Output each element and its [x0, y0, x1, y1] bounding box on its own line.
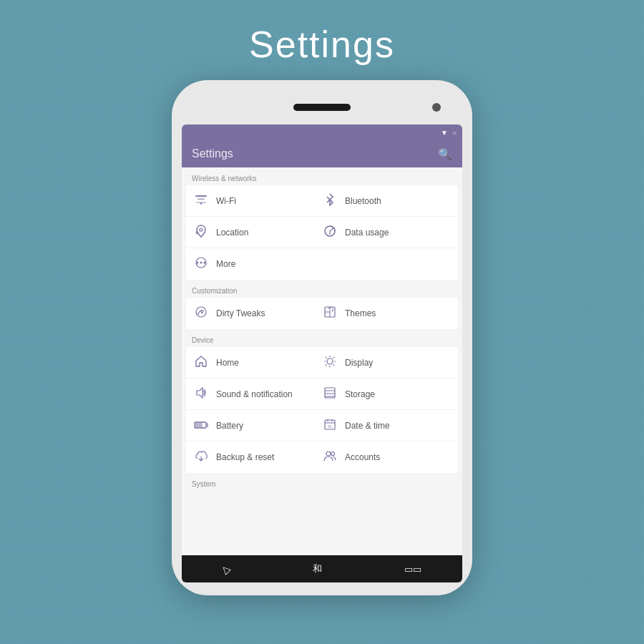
section-label-customization: Customization [186, 286, 458, 298]
svg-point-19 [327, 358, 333, 364]
row-backup-accounts[interactable]: Backup & reset [186, 441, 458, 473]
row-double: Wi-Fi Bluetooth [193, 193, 451, 209]
svg-point-3 [200, 203, 202, 204]
storage-icon [322, 387, 338, 401]
svg-point-41 [326, 452, 331, 456]
themes-icon [322, 306, 338, 321]
row-double: Backup & reset [193, 450, 451, 464]
dirtytweaks-icon [193, 306, 209, 321]
recents-nav-icon[interactable]: ▭▭ [404, 564, 421, 575]
svg-rect-2 [197, 198, 205, 200]
home-item[interactable]: Home [193, 355, 322, 371]
datausage-label: Data usage [345, 228, 389, 238]
svg-line-25 [333, 364, 335, 366]
wifi-label: Wi-Fi [216, 196, 236, 206]
bluetooth-icon [322, 193, 338, 209]
more-label: More [216, 259, 235, 269]
bluetooth-label: Bluetooth [345, 196, 381, 206]
datetime-item[interactable]: 31 Date & time [322, 419, 451, 433]
phone-top-bar [182, 93, 462, 122]
location-icon [193, 225, 209, 240]
svg-line-9 [330, 228, 333, 231]
svg-line-27 [326, 364, 327, 366]
wifi-icon [193, 195, 209, 208]
wifi-item[interactable]: Wi-Fi [193, 193, 322, 209]
svg-marker-28 [197, 388, 203, 398]
section-label-system: System [186, 479, 458, 491]
svg-point-13 [204, 262, 206, 264]
speaker [293, 104, 351, 111]
themes-label: Themes [345, 308, 376, 318]
home-icon [193, 356, 209, 370]
front-camera [432, 103, 441, 112]
storage-item[interactable]: Storage [322, 387, 451, 401]
signal-icon: ▼ [441, 129, 448, 137]
dirtytweaks-label: Dirty Tweaks [216, 308, 265, 318]
row-battery-date[interactable]: Battery 31 [186, 410, 458, 441]
phone-shell: ▼ ○ Settings 🔍 Wireless & networks [172, 80, 472, 595]
bluetooth-item[interactable]: Bluetooth [322, 193, 451, 209]
back-nav-icon[interactable]: ◁ [220, 562, 233, 575]
datausage-item[interactable]: Data usage [322, 225, 451, 240]
svg-rect-34 [195, 423, 203, 427]
app-bar-title: Settings [192, 147, 233, 160]
accounts-item[interactable]: Accounts [322, 450, 451, 464]
section-label-wireless: Wireless & networks [186, 173, 458, 185]
accounts-label: Accounts [345, 452, 380, 462]
row-location-data[interactable]: Location [186, 217, 458, 248]
circle-icon: ○ [452, 129, 457, 137]
backup-label: Backup & reset [216, 452, 274, 462]
display-icon [322, 355, 338, 371]
storage-label: Storage [345, 389, 375, 399]
status-bar: ▼ ○ [182, 125, 462, 140]
row-wifi-bluetooth[interactable]: Wi-Fi Bluetooth [186, 185, 458, 217]
datausage-icon [322, 225, 338, 240]
accounts-icon [322, 450, 338, 464]
datetime-icon: 31 [322, 419, 338, 433]
section-card-wireless: Wi-Fi Bluetooth [186, 185, 458, 280]
row-double: Location [193, 225, 451, 240]
location-item[interactable]: Location [193, 225, 322, 240]
home-label: Home [216, 358, 239, 368]
datetime-label: Date & time [345, 421, 390, 431]
dirtytweaks-item[interactable]: Dirty Tweaks [193, 306, 322, 321]
section-system: System [186, 479, 458, 491]
svg-point-11 [197, 262, 199, 264]
section-card-customization: Dirty Tweaks [186, 298, 458, 329]
battery-item[interactable]: Battery [193, 419, 322, 433]
svg-point-12 [200, 262, 203, 264]
row-tweaks-themes[interactable]: Dirty Tweaks [186, 298, 458, 329]
settings-scroll[interactable]: Wireless & networks [182, 167, 462, 555]
section-card-device: Home [186, 347, 458, 473]
display-item[interactable]: Display [322, 355, 451, 371]
row-sound-storage[interactable]: Sound & notification [186, 379, 458, 410]
sound-item[interactable]: Sound & notification [193, 387, 322, 401]
display-label: Display [345, 358, 373, 368]
more-icon [193, 256, 209, 272]
search-icon[interactable]: 🔍 [438, 147, 452, 161]
app-bar: Settings 🔍 [182, 140, 462, 167]
location-label: Location [216, 228, 248, 238]
row-home-display[interactable]: Home [186, 347, 458, 379]
section-customization: Customization Dirty Tw [186, 286, 458, 329]
svg-point-5 [200, 228, 203, 231]
section-device: Device Home [186, 335, 458, 473]
sound-label: Sound & notification [216, 389, 293, 399]
themes-item[interactable]: Themes [322, 306, 451, 321]
bottom-nav: ◁ 和 ▭▭ [182, 555, 462, 582]
backup-item[interactable]: Backup & reset [193, 450, 322, 464]
backup-icon [193, 450, 209, 464]
phone-screen: ▼ ○ Settings 🔍 Wireless & networks [182, 125, 462, 582]
row-double: Dirty Tweaks [193, 306, 451, 321]
section-wireless: Wireless & networks [186, 173, 458, 280]
more-item[interactable]: More [193, 256, 451, 272]
battery-label: Battery [216, 421, 243, 431]
row-more[interactable]: More [186, 248, 458, 280]
sound-icon [193, 387, 209, 401]
row-double: Home [193, 355, 451, 371]
page-title: Settings [249, 23, 395, 66]
home-nav-icon[interactable]: 和 [313, 562, 322, 575]
row-double: Battery 31 [193, 419, 451, 433]
svg-line-24 [326, 357, 327, 358]
svg-line-26 [333, 357, 335, 358]
